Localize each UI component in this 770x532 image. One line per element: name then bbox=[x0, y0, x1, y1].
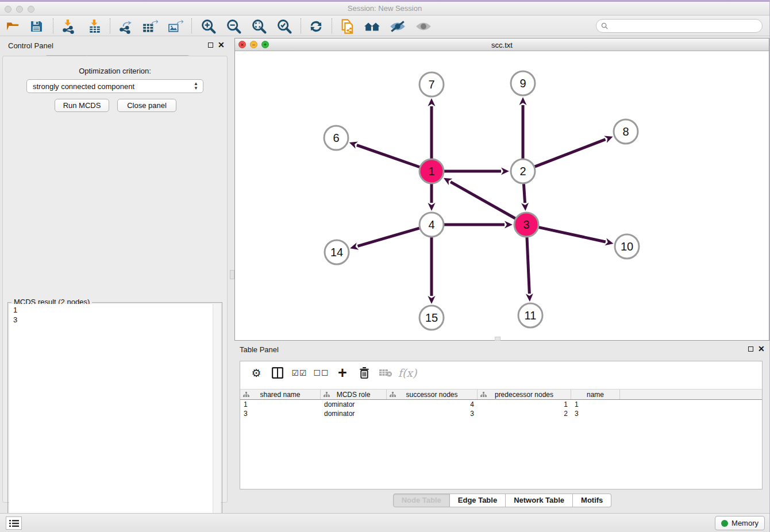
graph-node-label-2: 2 bbox=[519, 165, 526, 178]
function-builder-fx-icon[interactable]: f(x) bbox=[399, 364, 416, 381]
arrowhead-4-14 bbox=[350, 242, 359, 249]
graph-node-label-15: 15 bbox=[425, 311, 438, 324]
deselect-all-checkboxes-icon[interactable]: ☐☐ bbox=[313, 364, 330, 381]
open-session-icon[interactable] bbox=[5, 18, 22, 35]
export-table-icon[interactable] bbox=[141, 18, 159, 35]
window-title: Session: New Session bbox=[0, 4, 769, 13]
cell-shared-name[interactable]: 3 bbox=[240, 409, 321, 418]
import-table-icon[interactable] bbox=[86, 18, 103, 35]
cell-shared-name[interactable]: 1 bbox=[240, 400, 321, 409]
column-header-predecessor-nodes[interactable]: predecessor nodes bbox=[478, 390, 571, 399]
run-mcds-label: Run MCDS bbox=[63, 101, 101, 110]
column-settings-gear-icon[interactable]: ⚙ bbox=[248, 364, 265, 381]
optimization-criterion-label: Optimization criterion: bbox=[3, 67, 227, 75]
toolbar-separator bbox=[110, 18, 110, 33]
mcds-result-groupbox: MCDS result (2 nodes) 1 3 bbox=[7, 302, 222, 518]
cell-name[interactable]: 3 bbox=[571, 409, 620, 418]
node-table[interactable]: shared nameMCDS rolesuccessor nodesprede… bbox=[240, 389, 762, 418]
edge-3-1[interactable] bbox=[451, 182, 515, 219]
column-header-MCDS-role[interactable]: MCDS role bbox=[321, 390, 387, 399]
tab-network-table[interactable]: Network Table bbox=[506, 494, 573, 507]
graph-node-label-6: 6 bbox=[333, 132, 339, 144]
search-field[interactable] bbox=[596, 19, 763, 33]
cell-MCDS-role[interactable]: dominator bbox=[321, 400, 387, 409]
cell-predecessor-nodes[interactable]: 1 bbox=[478, 400, 571, 409]
application-window: Session: New Session bbox=[0, 0, 770, 532]
tab-edge-table[interactable]: Edge Table bbox=[450, 494, 506, 507]
show-all-icon[interactable] bbox=[415, 18, 432, 35]
zoom-in-icon[interactable] bbox=[200, 18, 217, 35]
edge-3-11[interactable] bbox=[527, 237, 529, 294]
split-panel-icon[interactable] bbox=[269, 364, 286, 381]
column-header-shared-name[interactable]: shared name bbox=[240, 390, 321, 399]
zoom-out-icon[interactable] bbox=[225, 18, 242, 35]
delete-table-icon[interactable] bbox=[377, 364, 394, 381]
table-row[interactable]: 1dominator411 bbox=[240, 400, 762, 409]
edge-2-8[interactable] bbox=[535, 140, 606, 167]
import-network-icon[interactable] bbox=[60, 18, 77, 35]
graph-node-label-7: 7 bbox=[428, 78, 434, 91]
cell-MCDS-role[interactable]: dominator bbox=[321, 409, 387, 418]
table-close-icon[interactable]: ✕ bbox=[758, 344, 765, 353]
clone-network-icon[interactable] bbox=[339, 18, 356, 35]
dropdown-selected-value: strongly connected component bbox=[33, 82, 134, 91]
cell-name[interactable]: 1 bbox=[571, 400, 620, 409]
panel-divider-grip[interactable] bbox=[495, 337, 500, 341]
table-header-row: shared nameMCDS rolesuccessor nodesprede… bbox=[240, 389, 762, 400]
arrowhead-4-15 bbox=[428, 296, 436, 304]
status-bar: Memory bbox=[0, 513, 769, 532]
edge-1-6[interactable] bbox=[357, 145, 419, 167]
float-panel-icon[interactable] bbox=[208, 43, 213, 48]
save-session-icon[interactable] bbox=[28, 18, 45, 35]
graph-node-label-14: 14 bbox=[330, 246, 343, 259]
edge-3-10[interactable] bbox=[538, 228, 605, 242]
network-view-window: × − + scc.txt 7968124314101511 bbox=[234, 38, 769, 341]
table-panel: Table Panel ✕ ⚙ ☑☑ ☐☐ + f(x) shared na bbox=[234, 342, 770, 512]
cell-successor-nodes[interactable]: 4 bbox=[387, 400, 478, 409]
first-neighbors-icon[interactable] bbox=[364, 18, 381, 35]
search-input[interactable] bbox=[609, 22, 762, 30]
zoom-selected-icon[interactable] bbox=[276, 18, 293, 35]
close-panel-icon[interactable]: ✕ bbox=[218, 40, 225, 49]
run-mcds-button[interactable]: Run MCDS bbox=[55, 99, 109, 112]
export-image-icon[interactable] bbox=[167, 18, 184, 35]
control-panel: Control Panel ✕ NetworkStyleSelectMCDS O… bbox=[0, 38, 230, 506]
result-scrollbar[interactable] bbox=[213, 304, 221, 516]
select-all-checkboxes-icon[interactable]: ☑☑ bbox=[291, 364, 308, 381]
cell-successor-nodes[interactable]: 3 bbox=[387, 409, 478, 418]
mcds-result-text[interactable]: 1 3 bbox=[9, 304, 213, 516]
column-header-successor-nodes[interactable]: successor nodes bbox=[387, 390, 478, 399]
column-header-name[interactable]: name bbox=[571, 390, 620, 399]
delete-trash-icon[interactable] bbox=[356, 364, 373, 381]
graph-node-label-8: 8 bbox=[622, 125, 629, 138]
toolbar-separator bbox=[301, 18, 301, 33]
tab-node-table[interactable]: Node Table bbox=[393, 494, 450, 507]
memory-button[interactable]: Memory bbox=[715, 516, 765, 530]
zoom-fit-icon[interactable] bbox=[251, 18, 268, 35]
export-network-icon[interactable] bbox=[117, 18, 134, 35]
table-float-icon[interactable] bbox=[748, 346, 753, 352]
network-window-title: scc.txt bbox=[235, 41, 769, 49]
cell-predecessor-nodes[interactable]: 2 bbox=[478, 409, 571, 418]
close-panel-button[interactable]: Close panel bbox=[117, 99, 176, 112]
graph-node-label-4: 4 bbox=[428, 218, 434, 231]
hide-selected-icon[interactable] bbox=[389, 18, 406, 35]
task-history-button[interactable] bbox=[6, 516, 22, 530]
optimization-criterion-dropdown[interactable]: strongly connected component ▲▼ bbox=[26, 79, 203, 93]
edge-4-14[interactable] bbox=[357, 228, 419, 246]
close-panel-label: Close panel bbox=[127, 101, 167, 110]
add-column-plus-icon[interactable]: + bbox=[334, 364, 351, 381]
refresh-icon[interactable] bbox=[307, 18, 325, 35]
arrowhead-1-2 bbox=[501, 168, 509, 175]
edge-2-3[interactable] bbox=[523, 184, 525, 203]
panel-divider-grip[interactable] bbox=[230, 270, 234, 279]
chevron-updown-icon: ▲▼ bbox=[194, 82, 198, 91]
titlebar: Session: New Session bbox=[0, 2, 769, 16]
toolbar-separator bbox=[332, 18, 332, 33]
memory-label: Memory bbox=[732, 519, 759, 527]
arrowhead-1-7 bbox=[428, 98, 436, 106]
network-graph-canvas[interactable]: 7968124314101511 bbox=[235, 51, 769, 340]
tab-motifs[interactable]: Motifs bbox=[573, 494, 611, 507]
table-row[interactable]: 3dominator323 bbox=[240, 409, 762, 418]
arrowhead-1-6 bbox=[349, 141, 358, 148]
